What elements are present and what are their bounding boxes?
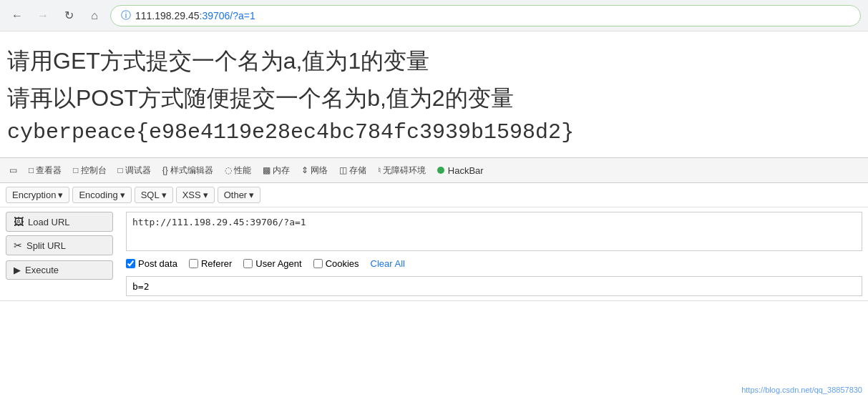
perf-label: 性能 [234, 165, 251, 177]
referer-checkbox-label[interactable]: Referer [189, 258, 232, 269]
devtools-accessibility[interactable]: ♮ 无障碍环境 [373, 162, 431, 180]
page-line-2: 请再以POST方式随便提交一个名为b,值为2的变量 [7, 83, 861, 114]
memory-icon: ▩ [263, 165, 270, 175]
memory-label: 内存 [273, 165, 290, 177]
execute-label: Execute [25, 265, 59, 275]
referer-label: Referer [201, 258, 232, 269]
other-arrow: ▾ [249, 190, 254, 200]
info-icon: ⓘ [121, 9, 131, 22]
split-url-label: Split URL [26, 240, 66, 251]
cookies-checkbox-label[interactable]: Cookies [313, 258, 359, 269]
devtools-performance[interactable]: ◌ 性能 [220, 162, 256, 180]
encryption-label: Encryption [12, 190, 56, 200]
split-url-icon: ✂ [14, 240, 22, 251]
xss-label: XSS [182, 190, 201, 200]
storage-icon: ◫ [339, 165, 347, 175]
home-button[interactable]: ⌂ [84, 6, 104, 26]
post-data-label: Post data [138, 258, 177, 269]
devtools-debugger[interactable]: □ 调试器 [113, 162, 156, 180]
hackbar-panel: Encryption ▾ Encoding ▾ SQL ▾ XSS ▾ Othe… [0, 183, 868, 301]
other-label: Other [224, 190, 248, 200]
inspector-label: 查看器 [36, 165, 62, 177]
devtools-style-editor[interactable]: {} 样式编辑器 [157, 162, 218, 180]
referer-checkbox[interactable] [189, 259, 198, 268]
inspector-icon: □ [29, 165, 34, 175]
console-label: 控制台 [81, 165, 107, 177]
sql-menu[interactable]: SQL ▾ [135, 187, 173, 203]
user-agent-checkbox[interactable] [243, 259, 253, 268]
clear-all-button[interactable]: Clear All [371, 258, 405, 269]
hackbar-menu: Encryption ▾ Encoding ▾ SQL ▾ XSS ▾ Othe… [0, 183, 868, 207]
split-url-button[interactable]: ✂ Split URL [6, 235, 113, 255]
devtools-memory[interactable]: ▩ 内存 [258, 162, 295, 180]
devtools-hackbar[interactable]: HackBar [432, 162, 489, 179]
cookies-label: Cookies [326, 258, 359, 269]
xss-menu[interactable]: XSS ▾ [176, 187, 215, 203]
network-icon: ⇕ [301, 165, 308, 175]
hackbar-options: Post data Referer User Agent Cookies Cle… [126, 255, 862, 272]
debugger-icon: □ [118, 165, 123, 175]
execute-icon: ▶ [14, 265, 21, 275]
url-host: 111.198.29.45 [135, 10, 200, 21]
accessibility-icon: ♮ [378, 165, 381, 175]
encoding-menu[interactable]: Encoding ▾ [72, 187, 131, 203]
hackbar-dot-icon [437, 167, 444, 174]
url-display: 111.198.29.45:39706/?a=1 [135, 10, 255, 21]
forward-button[interactable]: → [33, 6, 53, 26]
devtools-network[interactable]: ⇕ 网络 [296, 162, 333, 180]
xss-arrow: ▾ [203, 190, 208, 200]
other-menu[interactable]: Other ▾ [218, 187, 261, 203]
style-label: 样式编辑器 [170, 165, 213, 177]
page-content: 请用GET方式提交一个名为a,值为1的变量 请再以POST方式随便提交一个名为b… [0, 31, 868, 157]
accessibility-label: 无障碍环境 [383, 165, 426, 177]
storage-label: 存储 [349, 165, 366, 177]
load-url-icon: 🖼 [14, 216, 24, 227]
hackbar-left: 🖼 Load URL ✂ Split URL ▶ Execute [6, 212, 120, 296]
network-label: 网络 [311, 165, 328, 177]
console-icon: □ [73, 165, 78, 175]
reload-button[interactable]: ↻ [59, 6, 79, 26]
encryption-menu[interactable]: Encryption ▾ [6, 187, 69, 203]
sql-label: SQL [141, 190, 160, 200]
hackbar-right: http://111.198.29.45:39706/?a=1 Post dat… [126, 212, 862, 296]
cookies-checkbox[interactable] [313, 259, 323, 268]
post-data-checkbox-label[interactable]: Post data [126, 258, 177, 269]
post-data-checkbox[interactable] [126, 259, 135, 268]
devtools-console[interactable]: □ 控制台 [68, 162, 111, 180]
execute-button[interactable]: ▶ Execute [6, 260, 113, 280]
hackbar-body: 🖼 Load URL ✂ Split URL ▶ Execute http://… [0, 207, 868, 300]
hackbar-label: HackBar [448, 165, 484, 176]
load-url-button[interactable]: 🖼 Load URL [6, 212, 113, 232]
address-bar[interactable]: ⓘ 111.198.29.45:39706/?a=1 [110, 5, 861, 26]
url-input[interactable]: http://111.198.29.45:39706/?a=1 [126, 212, 862, 251]
debugger-label: 调试器 [125, 165, 151, 177]
page-line-1: 请用GET方式提交一个名为a,值为1的变量 [7, 46, 861, 77]
post-data-input[interactable] [126, 276, 862, 296]
url-path: :39706/?a=1 [200, 10, 255, 21]
encoding-label: Encoding [79, 190, 117, 200]
user-agent-checkbox-label[interactable]: User Agent [243, 258, 301, 269]
browser-chrome: ← → ↻ ⌂ ⓘ 111.198.29.45:39706/?a=1 [0, 0, 868, 31]
user-agent-label: User Agent [255, 258, 301, 269]
load-url-label: Load URL [28, 217, 70, 227]
devtools-bar: ▭ □ 查看器 □ 控制台 □ 调试器 {} 样式编辑器 ◌ 性能 ▩ 内存 ⇕… [0, 157, 868, 183]
sql-arrow: ▾ [162, 190, 167, 200]
encryption-arrow: ▾ [58, 190, 63, 200]
back-button[interactable]: ← [7, 6, 27, 26]
encoding-arrow: ▾ [120, 190, 125, 200]
devtools-storage[interactable]: ◫ 存储 [334, 162, 371, 180]
perf-icon: ◌ [225, 165, 232, 175]
devtools-responsive[interactable]: ▭ [4, 162, 22, 178]
page-line-flag: cyberpeace{e98e4119e28ec4bc784fc3939b159… [7, 120, 861, 144]
style-icon: {} [162, 165, 168, 175]
devtools-inspector[interactable]: □ 查看器 [24, 162, 67, 180]
